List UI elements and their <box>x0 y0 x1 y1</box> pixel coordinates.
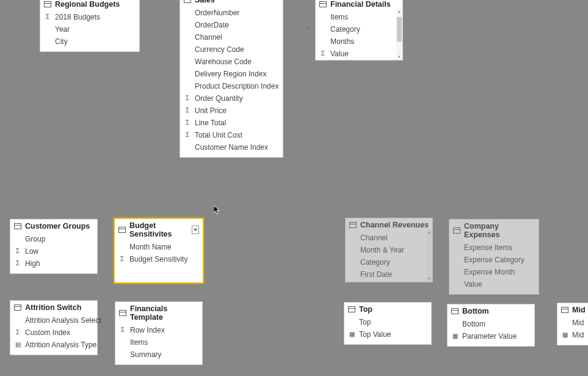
field-row[interactable]: Attrition Analysis Select <box>10 314 97 326</box>
field-name: Group <box>25 234 45 244</box>
table-top[interactable]: Top Top ▦Top Value <box>344 302 432 345</box>
field-name: Bottom <box>462 319 485 329</box>
field-row[interactable]: Items <box>115 336 202 348</box>
table-budget-sensitivities[interactable]: Budget Sensitivites ⏷ Month Name ΣBudget… <box>114 218 204 284</box>
field-row[interactable]: Bottom <box>448 318 534 330</box>
field-row[interactable]: Channel <box>180 31 283 43</box>
table-financials-template[interactable]: Financials Template ΣRow Index Items Sum… <box>115 301 203 365</box>
field-row[interactable]: ΣTotal Unit Cost <box>180 129 283 141</box>
table-bottom[interactable]: Bottom Bottom ▦Parameter Value <box>447 304 535 347</box>
scrollbar-thumb[interactable] <box>397 17 402 42</box>
field-name: Low <box>25 246 38 256</box>
field-row[interactable]: Currency Code <box>180 43 283 56</box>
table-customer-groups[interactable]: Customer Groups Group ΣLow ΣHigh <box>10 219 98 274</box>
table-financial-details[interactable]: Financial Details Items Category Months … <box>315 0 403 61</box>
field-row[interactable]: Product Description Index <box>180 80 283 92</box>
field-row[interactable]: ΣLine Total <box>180 117 283 129</box>
table-company-expenses[interactable]: Company Expenses Expense Items Expense C… <box>449 219 539 295</box>
table-header: Bottom <box>448 304 534 317</box>
field-name: Total Unit Cost <box>195 130 242 140</box>
field-row[interactable]: First Date <box>346 268 432 281</box>
field-row[interactable]: Expense Category <box>449 254 539 266</box>
field-row[interactable]: Summary <box>115 348 202 361</box>
scroll-down-icon[interactable]: ▾ <box>396 54 402 60</box>
field-name: Line Total <box>195 118 226 128</box>
field-name: Top <box>359 317 371 327</box>
field-list: Top ▦Top Value <box>344 315 431 344</box>
table-title: Financial Details <box>330 0 391 9</box>
field-row[interactable]: ΣOrder Quantity <box>180 92 283 105</box>
scroll-up-icon[interactable]: ▴ <box>426 229 432 235</box>
field-row[interactable]: ΣUnit Price <box>180 105 283 117</box>
field-row[interactable]: Expense Items <box>449 241 539 254</box>
sigma-icon: Σ <box>14 260 21 267</box>
field-row[interactable]: Month Name <box>115 241 203 253</box>
field-name: Unit Price <box>195 106 227 116</box>
sigma-icon: Σ <box>184 107 191 114</box>
field-row[interactable]: ΣBudget Sensitivity <box>115 253 203 265</box>
table-sales[interactable]: Sales OrderNumber OrderDate Channel Curr… <box>180 0 283 158</box>
field-row[interactable]: ΣHigh <box>10 257 97 270</box>
field-row[interactable]: Customer Name Index <box>180 141 283 153</box>
field-list: Group ΣLow ΣHigh <box>10 232 97 273</box>
field-row[interactable]: Year <box>40 23 139 35</box>
field-name: Attrition Analysis Select <box>25 315 101 325</box>
field-name: OrderNumber <box>195 8 239 18</box>
field-row[interactable]: ΣRow Index <box>115 324 202 336</box>
field-row[interactable]: Top <box>344 316 431 328</box>
table-icon <box>561 307 568 313</box>
field-name: Channel <box>195 32 222 42</box>
field-row[interactable]: OrderNumber <box>180 7 283 19</box>
field-row[interactable]: Items <box>316 11 402 23</box>
field-row[interactable]: Expense Month <box>449 266 539 278</box>
field-name: Months <box>330 37 354 46</box>
field-row[interactable]: ▦Top Value <box>344 328 431 341</box>
field-row[interactable]: Channel <box>346 232 432 244</box>
table-icon <box>118 227 126 233</box>
field-row[interactable]: Months <box>316 35 402 48</box>
field-name: Custom Index <box>25 328 70 337</box>
table-icon <box>14 304 21 311</box>
field-name: Year <box>55 24 70 34</box>
field-name: City <box>55 37 68 46</box>
field-row[interactable]: OrderDate <box>180 19 283 31</box>
field-list: Σ2018 Budgets Year City <box>40 10 139 51</box>
cardinality-star: * <box>307 26 309 32</box>
table-header: Budget Sensitivites ⏷ <box>115 219 203 240</box>
table-attrition-switch[interactable]: Attrition Switch Attrition Analysis Sele… <box>10 300 98 355</box>
field-row[interactable]: ΣLow <box>10 245 97 257</box>
field-row[interactable]: Warehouse Code <box>180 56 283 68</box>
scrollbar[interactable]: ▴ ▾ <box>426 229 432 282</box>
table-channel-revenues[interactable]: Channel Revenues Channel Month & Year Ca… <box>345 218 433 282</box>
field-row[interactable]: ΣValue <box>316 48 402 60</box>
field-row[interactable]: Month & Year <box>346 244 432 256</box>
field-row[interactable]: Σ2018 Budgets <box>40 11 139 23</box>
field-row[interactable]: Delivery Region Index <box>180 68 283 80</box>
field-row[interactable]: Value <box>449 278 539 290</box>
field-row[interactable]: ΣCustom Index <box>10 326 97 339</box>
field-list: Month Name ΣBudget Sensitivity <box>115 240 203 269</box>
field-row[interactable]: Mid <box>557 317 588 329</box>
field-name: Category <box>330 24 360 34</box>
field-row[interactable]: ▦Mid <box>557 329 588 341</box>
sigma-icon: Σ <box>14 248 21 255</box>
hierarchy-icon: ▤ <box>14 341 21 348</box>
table-title: Customer Groups <box>25 222 90 230</box>
field-row[interactable]: Category <box>346 256 432 268</box>
field-row[interactable]: ▤Attrition Analysis Type <box>10 339 97 351</box>
table-title: Company Expenses <box>464 222 535 239</box>
field-row[interactable]: ▦Parameter Value <box>448 330 534 342</box>
field-row[interactable]: Category <box>316 23 402 35</box>
field-row[interactable]: City <box>40 35 139 48</box>
field-name: Channel <box>360 233 388 243</box>
table-title: Bottom <box>462 307 489 315</box>
table-header: Top <box>344 303 431 315</box>
scrollbar[interactable]: ▴ ▾ <box>396 9 402 60</box>
table-mid[interactable]: Mid Mid ▦Mid <box>557 303 588 345</box>
field-row[interactable]: Group <box>10 233 97 245</box>
table-regional-budgets[interactable]: Regional Budgets Σ2018 Budgets Year City <box>40 0 140 52</box>
sigma-icon: Σ <box>319 50 327 57</box>
collapse-icon[interactable]: ⏷ <box>192 226 199 234</box>
scroll-up-icon[interactable]: ▴ <box>396 9 402 15</box>
scroll-down-icon[interactable]: ▾ <box>426 276 432 282</box>
